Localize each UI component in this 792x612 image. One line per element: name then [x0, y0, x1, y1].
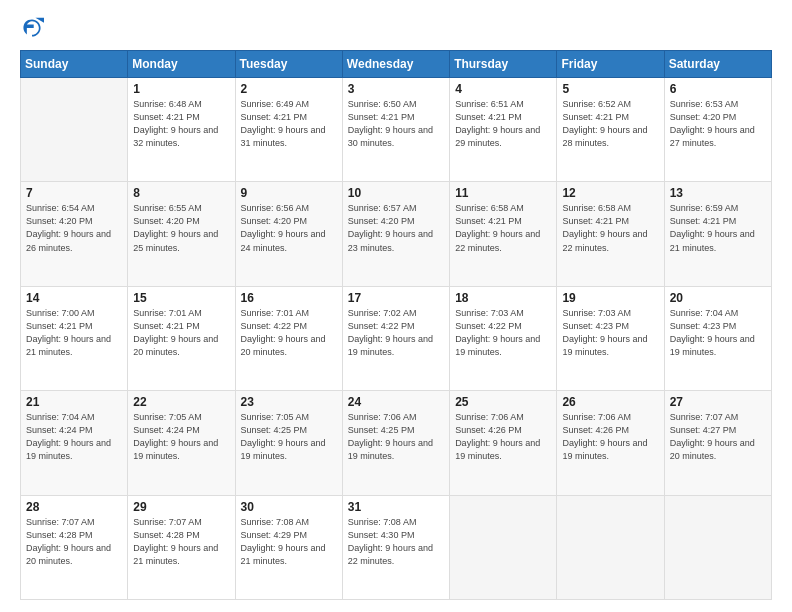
- day-number: 14: [26, 291, 122, 305]
- day-number: 11: [455, 186, 551, 200]
- calendar-cell: 19Sunrise: 7:03 AM Sunset: 4:23 PM Dayli…: [557, 286, 664, 390]
- col-header-tuesday: Tuesday: [235, 51, 342, 78]
- day-info: Sunrise: 6:59 AM Sunset: 4:21 PM Dayligh…: [670, 202, 766, 254]
- calendar-cell: 15Sunrise: 7:01 AM Sunset: 4:21 PM Dayli…: [128, 286, 235, 390]
- day-info: Sunrise: 7:06 AM Sunset: 4:26 PM Dayligh…: [562, 411, 658, 463]
- day-info: Sunrise: 7:02 AM Sunset: 4:22 PM Dayligh…: [348, 307, 444, 359]
- day-number: 29: [133, 500, 229, 514]
- logo-icon: [20, 16, 44, 40]
- day-number: 31: [348, 500, 444, 514]
- calendar-cell: 20Sunrise: 7:04 AM Sunset: 4:23 PM Dayli…: [664, 286, 771, 390]
- calendar-cell: 10Sunrise: 6:57 AM Sunset: 4:20 PM Dayli…: [342, 182, 449, 286]
- day-info: Sunrise: 7:06 AM Sunset: 4:25 PM Dayligh…: [348, 411, 444, 463]
- day-info: Sunrise: 6:51 AM Sunset: 4:21 PM Dayligh…: [455, 98, 551, 150]
- calendar-cell: 24Sunrise: 7:06 AM Sunset: 4:25 PM Dayli…: [342, 391, 449, 495]
- calendar-cell: [664, 495, 771, 599]
- calendar-cell: 16Sunrise: 7:01 AM Sunset: 4:22 PM Dayli…: [235, 286, 342, 390]
- day-number: 28: [26, 500, 122, 514]
- day-number: 9: [241, 186, 337, 200]
- day-info: Sunrise: 6:50 AM Sunset: 4:21 PM Dayligh…: [348, 98, 444, 150]
- day-number: 26: [562, 395, 658, 409]
- day-info: Sunrise: 6:58 AM Sunset: 4:21 PM Dayligh…: [455, 202, 551, 254]
- page: SundayMondayTuesdayWednesdayThursdayFrid…: [0, 0, 792, 612]
- day-number: 24: [348, 395, 444, 409]
- calendar-cell: 6Sunrise: 6:53 AM Sunset: 4:20 PM Daylig…: [664, 78, 771, 182]
- day-info: Sunrise: 7:05 AM Sunset: 4:24 PM Dayligh…: [133, 411, 229, 463]
- day-info: Sunrise: 7:08 AM Sunset: 4:30 PM Dayligh…: [348, 516, 444, 568]
- day-number: 17: [348, 291, 444, 305]
- day-info: Sunrise: 7:01 AM Sunset: 4:22 PM Dayligh…: [241, 307, 337, 359]
- calendar-table: SundayMondayTuesdayWednesdayThursdayFrid…: [20, 50, 772, 600]
- calendar-cell: 7Sunrise: 6:54 AM Sunset: 4:20 PM Daylig…: [21, 182, 128, 286]
- day-number: 5: [562, 82, 658, 96]
- day-number: 20: [670, 291, 766, 305]
- col-header-monday: Monday: [128, 51, 235, 78]
- day-info: Sunrise: 7:07 AM Sunset: 4:28 PM Dayligh…: [26, 516, 122, 568]
- day-info: Sunrise: 7:04 AM Sunset: 4:24 PM Dayligh…: [26, 411, 122, 463]
- day-info: Sunrise: 7:06 AM Sunset: 4:26 PM Dayligh…: [455, 411, 551, 463]
- day-info: Sunrise: 6:49 AM Sunset: 4:21 PM Dayligh…: [241, 98, 337, 150]
- calendar-week-0: 1Sunrise: 6:48 AM Sunset: 4:21 PM Daylig…: [21, 78, 772, 182]
- col-header-thursday: Thursday: [450, 51, 557, 78]
- calendar-cell: 30Sunrise: 7:08 AM Sunset: 4:29 PM Dayli…: [235, 495, 342, 599]
- col-header-friday: Friday: [557, 51, 664, 78]
- day-info: Sunrise: 7:05 AM Sunset: 4:25 PM Dayligh…: [241, 411, 337, 463]
- day-number: 8: [133, 186, 229, 200]
- day-info: Sunrise: 7:03 AM Sunset: 4:22 PM Dayligh…: [455, 307, 551, 359]
- day-number: 13: [670, 186, 766, 200]
- day-number: 12: [562, 186, 658, 200]
- day-number: 30: [241, 500, 337, 514]
- col-header-sunday: Sunday: [21, 51, 128, 78]
- calendar-cell: 1Sunrise: 6:48 AM Sunset: 4:21 PM Daylig…: [128, 78, 235, 182]
- logo: [20, 16, 48, 40]
- day-number: 22: [133, 395, 229, 409]
- calendar-cell: 8Sunrise: 6:55 AM Sunset: 4:20 PM Daylig…: [128, 182, 235, 286]
- calendar-cell: 4Sunrise: 6:51 AM Sunset: 4:21 PM Daylig…: [450, 78, 557, 182]
- day-number: 25: [455, 395, 551, 409]
- calendar-cell: 18Sunrise: 7:03 AM Sunset: 4:22 PM Dayli…: [450, 286, 557, 390]
- header: [20, 16, 772, 40]
- day-info: Sunrise: 6:52 AM Sunset: 4:21 PM Dayligh…: [562, 98, 658, 150]
- calendar-week-4: 28Sunrise: 7:07 AM Sunset: 4:28 PM Dayli…: [21, 495, 772, 599]
- calendar-cell: 22Sunrise: 7:05 AM Sunset: 4:24 PM Dayli…: [128, 391, 235, 495]
- day-number: 23: [241, 395, 337, 409]
- calendar-cell: 28Sunrise: 7:07 AM Sunset: 4:28 PM Dayli…: [21, 495, 128, 599]
- day-info: Sunrise: 7:00 AM Sunset: 4:21 PM Dayligh…: [26, 307, 122, 359]
- calendar-header-row: SundayMondayTuesdayWednesdayThursdayFrid…: [21, 51, 772, 78]
- calendar-cell: 5Sunrise: 6:52 AM Sunset: 4:21 PM Daylig…: [557, 78, 664, 182]
- calendar-week-3: 21Sunrise: 7:04 AM Sunset: 4:24 PM Dayli…: [21, 391, 772, 495]
- day-number: 19: [562, 291, 658, 305]
- day-number: 2: [241, 82, 337, 96]
- day-info: Sunrise: 6:57 AM Sunset: 4:20 PM Dayligh…: [348, 202, 444, 254]
- col-header-wednesday: Wednesday: [342, 51, 449, 78]
- calendar-cell: 31Sunrise: 7:08 AM Sunset: 4:30 PM Dayli…: [342, 495, 449, 599]
- calendar-cell: 17Sunrise: 7:02 AM Sunset: 4:22 PM Dayli…: [342, 286, 449, 390]
- day-info: Sunrise: 7:07 AM Sunset: 4:27 PM Dayligh…: [670, 411, 766, 463]
- day-number: 4: [455, 82, 551, 96]
- day-info: Sunrise: 6:54 AM Sunset: 4:20 PM Dayligh…: [26, 202, 122, 254]
- calendar-cell: 2Sunrise: 6:49 AM Sunset: 4:21 PM Daylig…: [235, 78, 342, 182]
- calendar-cell: [21, 78, 128, 182]
- calendar-cell: 25Sunrise: 7:06 AM Sunset: 4:26 PM Dayli…: [450, 391, 557, 495]
- day-info: Sunrise: 6:48 AM Sunset: 4:21 PM Dayligh…: [133, 98, 229, 150]
- calendar-cell: 23Sunrise: 7:05 AM Sunset: 4:25 PM Dayli…: [235, 391, 342, 495]
- calendar-cell: 12Sunrise: 6:58 AM Sunset: 4:21 PM Dayli…: [557, 182, 664, 286]
- col-header-saturday: Saturday: [664, 51, 771, 78]
- calendar-cell: 3Sunrise: 6:50 AM Sunset: 4:21 PM Daylig…: [342, 78, 449, 182]
- day-number: 3: [348, 82, 444, 96]
- day-number: 18: [455, 291, 551, 305]
- calendar-cell: 21Sunrise: 7:04 AM Sunset: 4:24 PM Dayli…: [21, 391, 128, 495]
- calendar-cell: 27Sunrise: 7:07 AM Sunset: 4:27 PM Dayli…: [664, 391, 771, 495]
- day-number: 6: [670, 82, 766, 96]
- calendar-week-1: 7Sunrise: 6:54 AM Sunset: 4:20 PM Daylig…: [21, 182, 772, 286]
- day-info: Sunrise: 6:55 AM Sunset: 4:20 PM Dayligh…: [133, 202, 229, 254]
- day-number: 16: [241, 291, 337, 305]
- day-info: Sunrise: 7:01 AM Sunset: 4:21 PM Dayligh…: [133, 307, 229, 359]
- day-number: 27: [670, 395, 766, 409]
- day-info: Sunrise: 7:03 AM Sunset: 4:23 PM Dayligh…: [562, 307, 658, 359]
- day-info: Sunrise: 7:04 AM Sunset: 4:23 PM Dayligh…: [670, 307, 766, 359]
- calendar-cell: [450, 495, 557, 599]
- calendar-week-2: 14Sunrise: 7:00 AM Sunset: 4:21 PM Dayli…: [21, 286, 772, 390]
- calendar-cell: 14Sunrise: 7:00 AM Sunset: 4:21 PM Dayli…: [21, 286, 128, 390]
- day-number: 10: [348, 186, 444, 200]
